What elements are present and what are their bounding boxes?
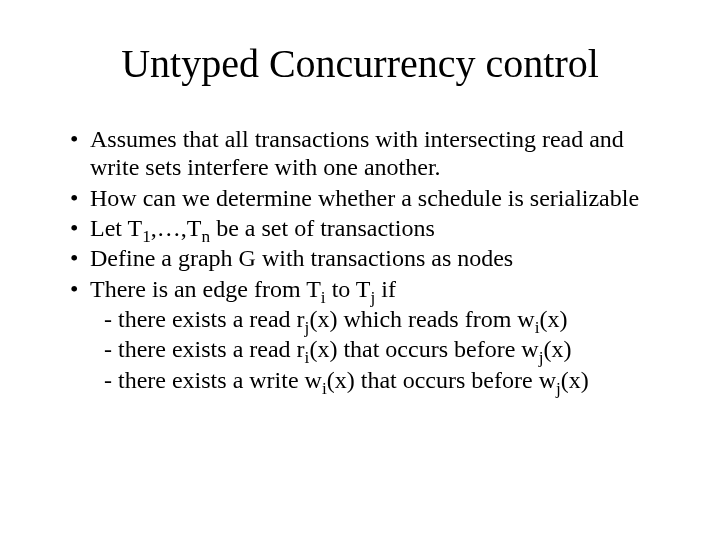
subline-1-a: - there exists a read r (104, 306, 305, 332)
subline-1: - there exists a read rj(x) which reads … (90, 305, 670, 333)
bullet-5-pre: There is an edge from T (90, 276, 321, 302)
bullet-5-mid: to T (326, 276, 371, 302)
subline-3-a: - there exists a write w (104, 367, 322, 393)
subline-2-a: - there exists a read r (104, 336, 305, 362)
bullet-2: How can we determine whether a schedule … (70, 184, 670, 212)
slide: Untyped Concurrency control Assumes that… (0, 0, 720, 540)
bullet-3-sub2: n (202, 227, 211, 246)
subline-3: - there exists a write wi(x) that occurs… (90, 366, 670, 394)
bullet-2-text: How can we determine whether a schedule … (90, 185, 639, 211)
subline-2-b: (x) that occurs before w (309, 336, 538, 362)
bullet-5: There is an edge from Ti to Tj if - ther… (70, 275, 670, 394)
subline-1-c: (x) (539, 306, 567, 332)
subline-2-c: (x) (543, 336, 571, 362)
bullet-4: Define a graph G with transactions as no… (70, 244, 670, 272)
subline-3-c: (x) (561, 367, 589, 393)
bullet-1: Assumes that all transactions with inter… (70, 125, 670, 182)
subline-1-b: (x) which reads from w (309, 306, 534, 332)
bullet-3-sub1: 1 (142, 227, 151, 246)
bullet-3-pre: Let T (90, 215, 142, 241)
bullet-3: Let T1,…,Tn be a set of transactions (70, 214, 670, 242)
subline-2: - there exists a read ri(x) that occurs … (90, 335, 670, 363)
bullet-4-text: Define a graph G with transactions as no… (90, 245, 513, 271)
bullet-5-post: if (375, 276, 396, 302)
subline-3-b: (x) that occurs before w (327, 367, 556, 393)
slide-title: Untyped Concurrency control (50, 40, 670, 87)
bullet-3-mid: ,…,T (151, 215, 202, 241)
bullet-1-text: Assumes that all transactions with inter… (90, 126, 624, 180)
bullet-list: Assumes that all transactions with inter… (50, 125, 670, 394)
bullet-3-post: be a set of transactions (210, 215, 435, 241)
